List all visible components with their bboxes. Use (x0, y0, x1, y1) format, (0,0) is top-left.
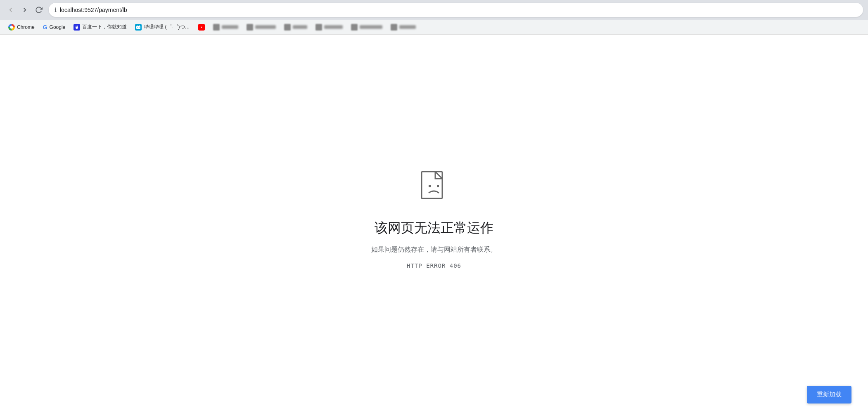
chrome-icon (8, 24, 15, 31)
svg-marker-7 (201, 26, 202, 28)
bookmark-google[interactable]: G Google (40, 22, 69, 32)
reload-button[interactable]: 重新加载 (807, 386, 851, 403)
svg-point-0 (76, 26, 77, 27)
bookmarks-bar: Chrome G Google 百度一下，你就知道 (0, 20, 868, 35)
blurred-label-4 (324, 25, 343, 29)
svg-rect-2 (136, 26, 140, 29)
blurred-icon-2 (247, 24, 253, 31)
svg-rect-11 (437, 185, 439, 187)
blurred-icon-1 (213, 24, 220, 31)
bookmark-blurred-3[interactable] (281, 22, 311, 32)
bookmark-blurred-6[interactable] (387, 22, 419, 32)
bookmark-blurred-2[interactable] (243, 22, 279, 32)
error-container: 该网页无法正常运作 如果问题仍然存在，请与网站所有者联系。 HTTP ERROR… (371, 170, 497, 269)
browser-chrome: ℹ localhost:9527/payment/lb Chrome G Goo… (0, 0, 868, 35)
forward-button[interactable] (19, 4, 31, 16)
blurred-label-6 (399, 25, 416, 29)
youtube-icon (198, 24, 205, 31)
bookmark-chrome-label: Chrome (17, 24, 35, 30)
bookmark-google-label: Google (50, 24, 66, 30)
blurred-icon-3 (284, 24, 291, 31)
error-document-icon (417, 170, 451, 203)
bookmark-blurred-1[interactable] (210, 22, 242, 32)
blurred-label-1 (222, 25, 238, 29)
blurred-icon-4 (315, 24, 322, 31)
bookmark-chrome[interactable]: Chrome (5, 22, 38, 32)
security-icon: ℹ (55, 7, 57, 13)
baidu-icon (74, 24, 80, 31)
blurred-label-3 (293, 25, 307, 29)
address-bar[interactable]: ℹ localhost:9527/payment/lb (49, 3, 863, 17)
page-content: 该网页无法正常运作 如果问题仍然存在，请与网站所有者联系。 HTTP ERROR… (0, 35, 868, 420)
bookmark-bilibili-label: 哔哩哔哩 (゜-゜)つ… (144, 24, 190, 31)
url-text: localhost:9527/payment/lb (60, 7, 127, 13)
bookmark-baidu[interactable]: 百度一下，你就知道 (70, 22, 130, 32)
bookmark-youtube[interactable] (195, 22, 208, 32)
svg-line-3 (137, 25, 138, 26)
blurred-label-5 (360, 25, 382, 29)
error-code: HTTP ERROR 406 (407, 262, 461, 269)
svg-line-9 (435, 172, 442, 179)
error-subtitle: 如果问题仍然存在，请与网站所有者联系。 (371, 245, 497, 254)
nav-buttons (5, 4, 45, 16)
reload-nav-button[interactable] (33, 4, 45, 16)
google-icon: G (43, 24, 47, 31)
svg-rect-5 (137, 27, 138, 28)
bookmark-baidu-label: 百度一下，你就知道 (82, 24, 127, 31)
bookmark-blurred-5[interactable] (348, 22, 386, 32)
blurred-label-2 (255, 25, 276, 29)
blurred-icon-5 (351, 24, 358, 31)
back-button[interactable] (5, 4, 17, 16)
bilibili-icon (135, 24, 142, 31)
blurred-icon-6 (391, 24, 397, 31)
svg-point-1 (77, 26, 78, 27)
svg-rect-6 (139, 27, 140, 28)
error-title: 该网页无法正常运作 (375, 219, 493, 237)
svg-rect-10 (429, 185, 431, 187)
bookmark-bilibili[interactable]: 哔哩哔哩 (゜-゜)つ… (132, 22, 193, 32)
browser-toolbar: ℹ localhost:9527/payment/lb (0, 0, 868, 20)
svg-line-4 (140, 25, 140, 26)
bookmark-blurred-4[interactable] (312, 22, 346, 32)
